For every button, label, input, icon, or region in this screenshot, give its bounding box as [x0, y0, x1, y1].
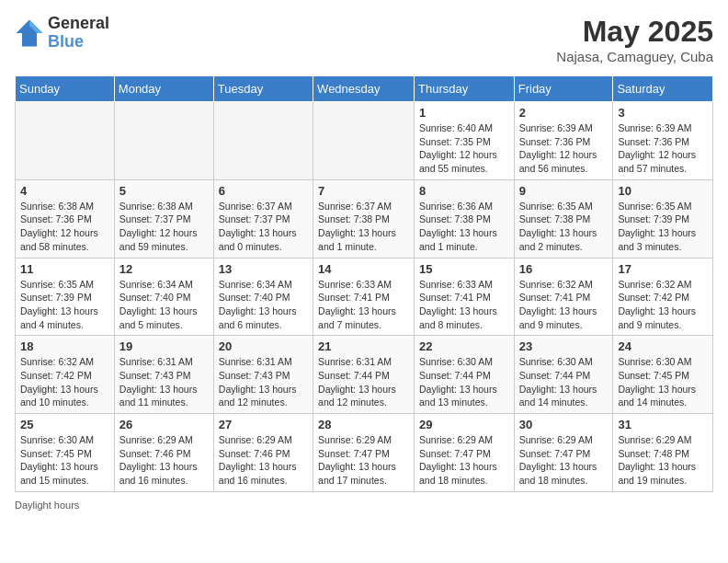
calendar-cell — [313, 102, 415, 180]
calendar-cell: 31Sunrise: 6:29 AM Sunset: 7:48 PM Dayli… — [613, 414, 713, 492]
calendar-row: 4Sunrise: 6:38 AM Sunset: 7:36 PM Daylig… — [16, 179, 713, 258]
weekday-header-monday: Monday — [114, 76, 213, 102]
day-info: Sunrise: 6:29 AM Sunset: 7:47 PM Dayligh… — [419, 433, 509, 488]
calendar-cell: 2Sunrise: 6:39 AM Sunset: 7:36 PM Daylig… — [514, 102, 613, 180]
title-block: May 2025 Najasa, Camaguey, Cuba — [556, 15, 713, 64]
day-number: 17 — [618, 262, 708, 276]
calendar-cell: 17Sunrise: 6:32 AM Sunset: 7:42 PM Dayli… — [613, 258, 713, 336]
calendar-cell: 12Sunrise: 6:34 AM Sunset: 7:40 PM Dayli… — [114, 258, 213, 336]
day-number: 25 — [20, 418, 109, 431]
calendar-cell: 21Sunrise: 6:31 AM Sunset: 7:44 PM Dayli… — [313, 336, 415, 414]
calendar-cell: 25Sunrise: 6:30 AM Sunset: 7:45 PM Dayli… — [16, 414, 115, 492]
day-number: 5 — [119, 184, 209, 198]
logo: General Blue — [15, 15, 109, 52]
calendar-cell: 22Sunrise: 6:30 AM Sunset: 7:44 PM Dayli… — [415, 336, 515, 414]
calendar-cell: 13Sunrise: 6:34 AM Sunset: 7:40 PM Dayli… — [213, 258, 313, 336]
day-number: 14 — [318, 262, 409, 276]
calendar-row: 11Sunrise: 6:35 AM Sunset: 7:39 PM Dayli… — [16, 258, 713, 336]
day-number: 12 — [119, 262, 209, 276]
day-number: 28 — [318, 418, 409, 431]
day-number: 10 — [618, 184, 708, 198]
weekday-header-thursday: Thursday — [415, 76, 515, 102]
day-number: 8 — [419, 184, 509, 198]
day-number: 19 — [119, 339, 209, 353]
calendar-row: 18Sunrise: 6:32 AM Sunset: 7:42 PM Dayli… — [16, 336, 713, 414]
logo-general-text: General — [48, 15, 109, 33]
day-info: Sunrise: 6:32 AM Sunset: 7:42 PM Dayligh… — [20, 355, 109, 409]
day-info: Sunrise: 6:37 AM Sunset: 7:37 PM Dayligh… — [219, 200, 308, 254]
day-number: 3 — [618, 106, 708, 120]
logo-blue-text: Blue — [48, 33, 109, 52]
day-info: Sunrise: 6:29 AM Sunset: 7:47 PM Dayligh… — [519, 433, 609, 488]
day-number: 22 — [419, 339, 509, 353]
day-info: Sunrise: 6:29 AM Sunset: 7:46 PM Dayligh… — [119, 433, 209, 488]
day-info: Sunrise: 6:29 AM Sunset: 7:46 PM Dayligh… — [219, 433, 308, 488]
day-info: Sunrise: 6:34 AM Sunset: 7:40 PM Dayligh… — [219, 278, 308, 332]
day-info: Sunrise: 6:37 AM Sunset: 7:38 PM Dayligh… — [318, 200, 409, 254]
calendar-cell: 27Sunrise: 6:29 AM Sunset: 7:46 PM Dayli… — [213, 414, 313, 492]
day-info: Sunrise: 6:30 AM Sunset: 7:44 PM Dayligh… — [419, 355, 509, 409]
weekday-header-sunday: Sunday — [16, 76, 115, 102]
calendar-cell: 3Sunrise: 6:39 AM Sunset: 7:36 PM Daylig… — [613, 102, 713, 180]
day-info: Sunrise: 6:32 AM Sunset: 7:41 PM Dayligh… — [519, 278, 609, 332]
logo-icon — [15, 18, 44, 48]
day-number: 21 — [318, 339, 409, 353]
day-number: 31 — [618, 418, 708, 431]
day-info: Sunrise: 6:31 AM Sunset: 7:43 PM Dayligh… — [119, 355, 209, 409]
calendar-row: 1Sunrise: 6:40 AM Sunset: 7:35 PM Daylig… — [16, 102, 713, 180]
day-info: Sunrise: 6:38 AM Sunset: 7:37 PM Dayligh… — [119, 200, 209, 254]
calendar-cell: 28Sunrise: 6:29 AM Sunset: 7:47 PM Dayli… — [313, 414, 415, 492]
location: Najasa, Camaguey, Cuba — [556, 49, 713, 64]
calendar-cell: 24Sunrise: 6:30 AM Sunset: 7:45 PM Dayli… — [613, 336, 713, 414]
calendar-cell: 20Sunrise: 6:31 AM Sunset: 7:43 PM Dayli… — [213, 336, 313, 414]
day-info: Sunrise: 6:31 AM Sunset: 7:43 PM Dayligh… — [219, 355, 308, 409]
calendar-cell: 14Sunrise: 6:33 AM Sunset: 7:41 PM Dayli… — [313, 258, 415, 336]
page-header: General Blue May 2025 Najasa, Camaguey, … — [15, 15, 713, 64]
day-number: 20 — [219, 339, 308, 353]
weekday-header-saturday: Saturday — [613, 76, 713, 102]
day-info: Sunrise: 6:29 AM Sunset: 7:48 PM Dayligh… — [618, 433, 708, 488]
day-info: Sunrise: 6:39 AM Sunset: 7:36 PM Dayligh… — [519, 121, 609, 176]
day-info: Sunrise: 6:33 AM Sunset: 7:41 PM Dayligh… — [419, 278, 509, 332]
calendar-cell: 15Sunrise: 6:33 AM Sunset: 7:41 PM Dayli… — [415, 258, 515, 336]
calendar-cell: 16Sunrise: 6:32 AM Sunset: 7:41 PM Dayli… — [514, 258, 613, 336]
calendar-cell — [16, 102, 115, 180]
calendar-cell — [213, 102, 313, 180]
day-info: Sunrise: 6:33 AM Sunset: 7:41 PM Dayligh… — [318, 278, 409, 332]
day-number: 4 — [20, 184, 109, 198]
day-number: 13 — [219, 262, 308, 276]
day-info: Sunrise: 6:31 AM Sunset: 7:44 PM Dayligh… — [318, 355, 409, 409]
calendar-cell: 18Sunrise: 6:32 AM Sunset: 7:42 PM Dayli… — [16, 336, 115, 414]
day-number: 27 — [219, 418, 308, 431]
day-info: Sunrise: 6:36 AM Sunset: 7:38 PM Dayligh… — [419, 200, 509, 254]
day-info: Sunrise: 6:40 AM Sunset: 7:35 PM Dayligh… — [419, 121, 509, 176]
calendar-cell — [114, 102, 213, 180]
day-info: Sunrise: 6:29 AM Sunset: 7:47 PM Dayligh… — [318, 433, 409, 488]
day-info: Sunrise: 6:34 AM Sunset: 7:40 PM Dayligh… — [119, 278, 209, 332]
day-number: 1 — [419, 106, 509, 120]
calendar-table: SundayMondayTuesdayWednesdayThursdayFrid… — [15, 75, 713, 492]
day-info: Sunrise: 6:30 AM Sunset: 7:45 PM Dayligh… — [20, 433, 109, 488]
day-number: 16 — [519, 262, 609, 276]
day-info: Sunrise: 6:32 AM Sunset: 7:42 PM Dayligh… — [618, 278, 708, 332]
calendar-row: 25Sunrise: 6:30 AM Sunset: 7:45 PM Dayli… — [16, 414, 713, 492]
calendar-cell: 29Sunrise: 6:29 AM Sunset: 7:47 PM Dayli… — [415, 414, 515, 492]
weekday-header-wednesday: Wednesday — [313, 76, 415, 102]
month-title: May 2025 — [556, 15, 713, 49]
calendar-cell: 10Sunrise: 6:35 AM Sunset: 7:39 PM Dayli… — [613, 179, 713, 258]
calendar-cell: 26Sunrise: 6:29 AM Sunset: 7:46 PM Dayli… — [114, 414, 213, 492]
calendar-cell: 23Sunrise: 6:30 AM Sunset: 7:44 PM Dayli… — [514, 336, 613, 414]
day-number: 26 — [119, 418, 209, 431]
weekday-header-row: SundayMondayTuesdayWednesdayThursdayFrid… — [16, 76, 713, 102]
calendar-cell: 6Sunrise: 6:37 AM Sunset: 7:37 PM Daylig… — [213, 179, 313, 258]
day-number: 23 — [519, 339, 609, 353]
weekday-header-tuesday: Tuesday — [213, 76, 313, 102]
day-info: Sunrise: 6:30 AM Sunset: 7:45 PM Dayligh… — [618, 355, 708, 409]
day-number: 15 — [419, 262, 509, 276]
calendar-cell: 8Sunrise: 6:36 AM Sunset: 7:38 PM Daylig… — [415, 179, 515, 258]
calendar-cell: 4Sunrise: 6:38 AM Sunset: 7:36 PM Daylig… — [16, 179, 115, 258]
footer: Daylight hours — [15, 500, 713, 511]
day-info: Sunrise: 6:39 AM Sunset: 7:36 PM Dayligh… — [618, 121, 708, 176]
day-info: Sunrise: 6:38 AM Sunset: 7:36 PM Dayligh… — [20, 200, 109, 254]
calendar-cell: 7Sunrise: 6:37 AM Sunset: 7:38 PM Daylig… — [313, 179, 415, 258]
